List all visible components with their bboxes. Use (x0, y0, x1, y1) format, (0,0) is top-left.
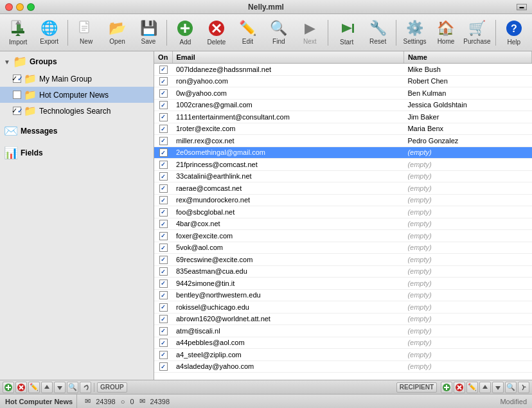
row-checkbox[interactable] (159, 232, 168, 240)
group-delete-button[interactable] (15, 382, 27, 393)
home-button[interactable]: 🏠 Home (430, 16, 461, 49)
hot-computer-news-checkbox[interactable] (13, 91, 21, 99)
recipient-add-button[interactable] (441, 382, 452, 393)
row-checkbox[interactable] (159, 351, 168, 359)
table-row[interactable]: 9442simone@tin.it(empty) (154, 278, 532, 290)
table-row[interactable]: 1roter@excite.comMaria Benx (154, 123, 532, 135)
row-checkbox[interactable] (159, 101, 168, 109)
next-button[interactable]: ▶ Next (294, 16, 325, 49)
sidebar-item-hot-computer-news[interactable]: 📁 Hot Computer News (0, 87, 154, 103)
reset-button[interactable]: 🔧 Reset (362, 16, 393, 49)
export-button[interactable]: 🌐 Export (33, 16, 64, 49)
table-row[interactable]: 0w@yahoo.comBen Kulman (154, 87, 532, 100)
row-checkbox[interactable] (159, 161, 168, 169)
table-row[interactable]: 69recswine@excite.com(empty) (154, 254, 532, 266)
table-row[interactable]: 007lddaneze@hadssnmail.netMike Bush (154, 64, 532, 76)
sidebar-item-technologies-search[interactable]: ✓ 📁 Technologies Search (0, 103, 154, 119)
groups-header[interactable]: ▼ 📁 Groups (0, 53, 154, 71)
table-row[interactable]: ron@yahoo.comRobert Chen (154, 75, 532, 87)
minimize-button[interactable] (16, 3, 24, 11)
my-main-group-checkbox[interactable]: ✓ (13, 75, 21, 83)
import-button[interactable]: Import (3, 16, 33, 49)
maximize-button[interactable] (27, 3, 35, 11)
row-checkbox[interactable] (159, 125, 168, 133)
edit-button[interactable]: ✏️ Edit (232, 16, 263, 49)
row-checkbox[interactable] (159, 220, 168, 228)
row-checkbox[interactable] (159, 327, 168, 335)
row-checkbox[interactable] (159, 362, 168, 371)
table-row[interactable]: 4bar@cox.net(empty) (154, 218, 532, 230)
sidebar-item-my-main-group[interactable]: ✓ 📁 My Main Group (0, 71, 154, 87)
save-button[interactable]: 💾 Save (133, 16, 164, 49)
row-checkbox[interactable] (159, 137, 168, 145)
table-row[interactable]: 5vok@aol.com(empty) (154, 242, 532, 254)
purchase-icon: 🛒 (468, 20, 486, 37)
table-row[interactable]: foo@sbcglobal.net(empty) (154, 206, 532, 218)
row-checkbox[interactable] (159, 208, 168, 217)
messages-header[interactable]: ✉️ Messages (0, 121, 154, 141)
expand-button[interactable]: ▬ (517, 4, 527, 10)
table-row[interactable]: miller.rex@cox.netPedro Gonzalez (154, 135, 532, 147)
group-redo-button[interactable] (80, 382, 91, 393)
help-button[interactable]: ? Help (499, 16, 529, 49)
new-button[interactable]: New (71, 16, 102, 49)
group-search-button[interactable]: 🔍 (67, 382, 78, 393)
table-row[interactable]: rokissel@uchicago.edu(empty) (154, 301, 532, 314)
email-table-wrapper[interactable]: On Email Name 007lddaneze@hadssnmail.net… (154, 51, 532, 380)
table-row[interactable]: bentley@northwestern.edu(empty) (154, 289, 532, 301)
table-row[interactable]: a4sladeday@yahoo.com(empty) (154, 360, 532, 373)
row-checkbox[interactable] (159, 244, 168, 252)
table-row[interactable]: 1111entertainment@consultant.comJim Bake… (154, 111, 532, 123)
table-row[interactable]: a4_steel@ziplip.com(empty) (154, 349, 532, 361)
recipient-edit-button[interactable]: ✏️ (466, 382, 478, 393)
add-button[interactable]: Add (170, 16, 200, 49)
table-row[interactable]: raerae@comcast.net(empty) (154, 182, 532, 195)
table-row[interactable]: atm@tiscali.nl(empty) (154, 325, 532, 337)
table-row[interactable]: 835eastman@cua.edu(empty) (154, 265, 532, 278)
row-checkbox[interactable] (159, 113, 168, 121)
fields-header[interactable]: 📊 Fields (0, 143, 154, 163)
table-row[interactable]: foxer@excite.com(empty) (154, 230, 532, 242)
recipient-up-button[interactable] (479, 382, 491, 393)
close-button[interactable] (5, 3, 13, 11)
row-checkbox[interactable] (159, 291, 168, 299)
row-checkbox[interactable] (159, 339, 168, 347)
technologies-search-checkbox[interactable]: ✓ (13, 107, 21, 115)
row-checkbox[interactable] (159, 315, 168, 323)
recipient-delete-button[interactable] (454, 382, 465, 393)
group-add-button[interactable] (3, 382, 14, 393)
row-checkbox[interactable] (159, 279, 168, 288)
main-toolbar: Import 🌐 Export New 📂 Open 💾 Save (0, 14, 532, 51)
start-button[interactable]: Start (331, 16, 362, 49)
delete-button[interactable]: Delete (201, 16, 232, 49)
find-button[interactable]: 🔍 Find (263, 16, 294, 49)
row-checkbox[interactable] (159, 196, 168, 204)
table-row[interactable]: rex@mundorockero.net(empty) (154, 194, 532, 206)
purchase-button[interactable]: 🛒 Purchase (461, 16, 492, 49)
recipient-redo-button[interactable] (518, 382, 529, 393)
table-row[interactable]: 2e0somethingal@gmail.com(empty) (154, 146, 532, 159)
row-checkbox[interactable] (159, 89, 168, 98)
row-checkbox[interactable] (159, 66, 168, 74)
row-checkbox[interactable] (159, 267, 168, 276)
open-button[interactable]: 📂 Open (102, 16, 132, 49)
table-row[interactable]: abrown1620@worldnet.att.net(empty) (154, 313, 532, 325)
row-checkbox[interactable] (159, 172, 168, 181)
recipient-down-button[interactable] (492, 382, 504, 393)
settings-button[interactable]: ⚙️ Settings (399, 16, 430, 49)
group-edit-button[interactable]: ✏️ (28, 382, 40, 393)
group-down-button[interactable] (54, 382, 66, 393)
recipient-search-button[interactable]: 🔍 (505, 382, 517, 393)
table-row[interactable]: 33catalini@earthlink.net(empty) (154, 170, 532, 182)
row-checkbox[interactable] (159, 148, 168, 157)
row-checkbox[interactable] (159, 184, 168, 193)
group-up-button[interactable] (41, 382, 53, 393)
table-row[interactable]: 21fprincess@comcast.net(empty) (154, 159, 532, 171)
row-checkbox[interactable] (159, 303, 168, 312)
window-controls[interactable] (5, 3, 35, 11)
row-checkbox[interactable] (159, 77, 168, 85)
table-row[interactable]: 1002cranes@gmail.comJessica Goldshtain (154, 99, 532, 111)
messages-icon: ✉️ (4, 124, 18, 138)
row-checkbox[interactable] (159, 256, 168, 264)
table-row[interactable]: a44pebbles@aol.com(empty) (154, 337, 532, 349)
